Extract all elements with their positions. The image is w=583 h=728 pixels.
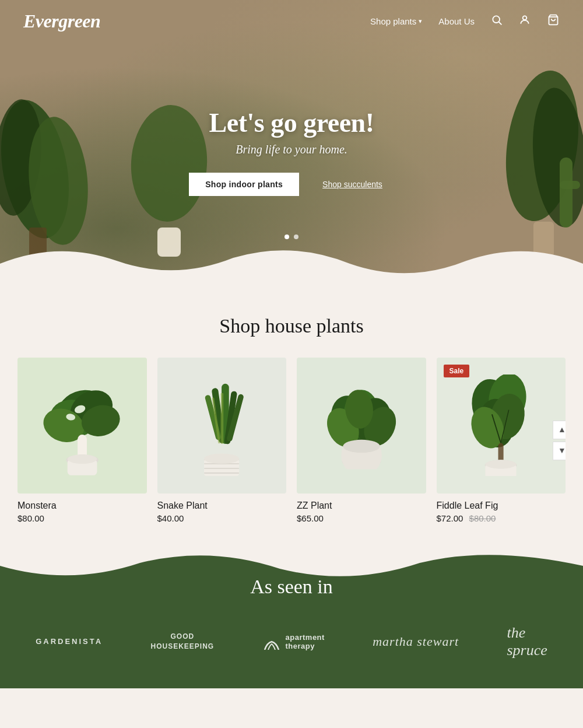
product-card-monstera[interactable]: Monstera $80.00 [17,358,147,523]
product-price-fiddle-leaf-fig: $72.00 $80.00 [437,513,566,523]
product-price-monstera: $80.00 [17,513,147,523]
brand-martha-stewart[interactable]: martha stewart [373,634,459,649]
shop-section-title: Shop house plants [17,315,566,337]
hero-subtitle: Bring life to your home. [236,143,347,156]
shop-succulents-button[interactable]: Shop succulents [311,173,394,196]
site-logo[interactable]: Evergreen [23,10,100,32]
nav-right: Shop plants ▾ About Us [370,14,560,29]
product-image-snake-plant [157,358,287,494]
product-card-snake-plant[interactable]: Snake Plant $40.00 [157,358,287,523]
apartment-therapy-icon [262,634,281,650]
product-name-zz-plant: ZZ Plant [297,501,426,511]
as-seen-in-title: As seen in [0,576,583,598]
sale-badge: Sale [444,365,470,377]
search-icon[interactable] [491,14,503,29]
svg-point-48 [343,440,380,453]
svg-point-25 [67,454,97,464]
brand-good-housekeeping[interactable]: GOODHOUSEKEEPING [151,632,215,652]
product-card-fiddle-leaf-fig[interactable]: Sale [437,358,566,523]
svg-rect-37 [204,473,239,474]
hero-buttons: Shop indoor plants Shop succulents [189,173,394,196]
shop-indoor-plants-button[interactable]: Shop indoor plants [189,173,299,196]
carousel-arrows: ▲ ▼ [553,421,566,460]
shop-section: Shop house plants [0,286,583,547]
svg-point-38 [204,454,239,464]
account-icon[interactable] [519,14,531,29]
brand-gardenista[interactable]: GARDENISTA [36,637,103,646]
product-price-snake-plant: $40.00 [157,513,287,523]
product-price-zz-plant: $65.00 [297,513,426,523]
hero-content: Let's go green! Bring life to your home.… [0,0,583,286]
carousel-arrow-down[interactable]: ▼ [553,442,566,460]
nav-shop-plants[interactable]: Shop plants ▾ [370,16,422,26]
svg-rect-32 [221,393,224,444]
products-container: Monstera $80.00 [17,358,566,523]
product-name-monstera: Monstera [17,501,147,511]
product-card-zz-plant[interactable]: ZZ Plant $65.00 [297,358,426,523]
hero-title: Let's go green! [209,107,374,138]
product-image-zz-plant [297,358,426,494]
product-name-fiddle-leaf-fig: Fiddle Leaf Fig [437,501,566,511]
svg-point-59 [486,460,517,468]
product-original-price-fiddle-leaf-fig: $80.00 [469,513,496,523]
svg-point-0 [493,16,500,23]
svg-point-2 [523,16,527,20]
hero-dot-2[interactable] [294,235,298,239]
brand-the-spruce[interactable]: thespruce [507,624,547,659]
hero-dot-1[interactable] [285,235,289,239]
hero-carousel-dots [285,235,298,239]
nav-about-us[interactable]: About Us [438,16,475,26]
product-image-monstera [17,358,147,494]
as-seen-in-section: As seen in GARDENISTA GOODHOUSEKEEPING a… [0,547,583,688]
product-image-fiddle-leaf-fig: Sale [437,358,566,494]
svg-line-1 [499,22,502,25]
carousel-arrow-up[interactable]: ▲ [553,421,566,439]
chevron-down-icon: ▾ [419,18,422,25]
hero-section: Evergreen Shop plants ▾ About Us [0,0,583,286]
svg-rect-36 [204,468,239,469]
brand-apartment-therapy[interactable]: apartmenttherapy [262,633,325,650]
cart-icon[interactable] [547,14,560,29]
brands-row: GARDENISTA GOODHOUSEKEEPING apartmentthe… [0,624,583,659]
products-grid: Monstera $80.00 [17,358,566,523]
navigation: Evergreen Shop plants ▾ About Us [0,0,583,43]
product-name-snake-plant: Snake Plant [157,501,287,511]
